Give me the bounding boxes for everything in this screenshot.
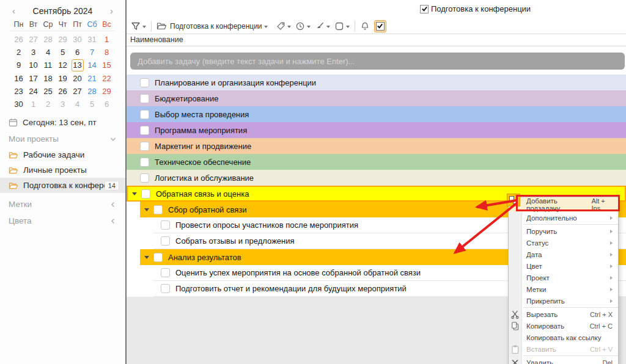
task-checkbox[interactable] — [161, 268, 170, 277]
task-row[interactable]: Логистика и обслуживание — [127, 170, 626, 186]
menu-item-копировать[interactable]: КопироватьCtrl + C — [509, 320, 618, 332]
calendar-day[interactable]: 25 — [41, 85, 56, 98]
add-task-input[interactable] — [130, 53, 625, 70]
task-checkbox[interactable] — [161, 236, 170, 246]
task-row[interactable]: Бюджетирование — [127, 90, 626, 106]
project-title-checkbox[interactable]: Подготовка к конференции — [420, 4, 531, 13]
calendar-day[interactable]: 28 — [85, 85, 100, 98]
task-row[interactable]: Выбор места проведения — [127, 106, 626, 122]
calendar-day[interactable]: 26 — [12, 33, 26, 46]
calendar-day[interactable]: 6 — [100, 98, 114, 111]
calendar-day[interactable]: 16 — [12, 72, 26, 85]
menu-item-вставить[interactable]: ВставитьCtrl + V — [509, 343, 618, 355]
calendar-prev-icon[interactable]: ‹ — [12, 7, 15, 15]
menu-item-вырезать[interactable]: ВырезатьCtrl + X — [509, 308, 618, 320]
sidebar-section-projects[interactable]: Мои проекты — [9, 131, 117, 147]
menu-item-цвет[interactable]: Цвет — [509, 260, 618, 272]
task-checkbox[interactable] — [161, 284, 170, 293]
task-checkbox[interactable] — [140, 142, 149, 151]
sidebar-section-colors[interactable]: Цвета — [9, 213, 117, 229]
calendar-day[interactable]: 6 — [70, 46, 85, 59]
calendar-day[interactable]: 27 — [70, 85, 85, 98]
checkbox-checked-icon[interactable] — [420, 5, 429, 13]
task-row[interactable]: Маркетинг и продвижение — [127, 138, 626, 154]
calendar-day[interactable]: 24 — [26, 85, 41, 98]
menu-item-прикрепить[interactable]: Прикрепить — [509, 295, 618, 307]
calendar-next-icon[interactable]: › — [110, 7, 113, 15]
menu-item-удалить[interactable]: УдалитьDel — [509, 357, 618, 364]
menu-item-дата[interactable]: Дата — [509, 249, 618, 260]
calendar-day[interactable]: 30 — [12, 98, 26, 111]
task-row[interactable]: Планирование и организация конференции — [127, 75, 626, 90]
calendar-day[interactable]: 11 — [41, 59, 56, 71]
sidebar-item-project[interactable]: Рабочие задачи — [0, 147, 125, 162]
calendar-day[interactable]: 1 — [26, 98, 41, 111]
calendar-day[interactable]: 21 — [85, 72, 100, 85]
expander-triangle-icon[interactable] — [144, 208, 149, 211]
calendar-day[interactable]: 8 — [100, 46, 114, 59]
expander-triangle-icon[interactable] — [132, 192, 137, 195]
calendar-day[interactable]: 7 — [85, 46, 100, 59]
calendar-day[interactable]: 17 — [26, 72, 41, 85]
calendar-day[interactable]: 15 — [100, 59, 114, 71]
calendar-day[interactable]: 29 — [100, 85, 114, 98]
task-checkbox[interactable] — [141, 189, 150, 198]
menu-item-статус[interactable]: Статус — [509, 237, 618, 249]
sidebar-item-project[interactable]: Подготовка к конфере...14 — [0, 178, 125, 193]
color-button[interactable] — [334, 21, 350, 31]
task-checkbox[interactable] — [140, 173, 149, 183]
show-completed-toggle[interactable] — [374, 20, 386, 32]
menu-item-проект[interactable]: Проект — [509, 272, 618, 283]
column-header-name[interactable]: Наименование — [127, 34, 626, 46]
menu-item-копировать-как-ссылку[interactable]: Копировать как ссылку — [509, 332, 618, 343]
calendar-day[interactable]: 23 — [12, 85, 26, 98]
calendar-day[interactable]: 4 — [41, 46, 56, 59]
task-checkbox[interactable] — [140, 94, 149, 103]
task-checkbox[interactable] — [161, 220, 170, 230]
calendar-day[interactable]: 12 — [56, 59, 70, 71]
calendar-day[interactable]: 1 — [100, 33, 114, 46]
task-checkbox[interactable] — [153, 205, 163, 214]
task-checkbox[interactable] — [140, 126, 149, 135]
calendar-day[interactable]: 14 — [85, 59, 100, 71]
task-checkbox[interactable] — [153, 253, 163, 262]
calendar-day[interactable]: 31 — [85, 33, 100, 46]
calendar-day[interactable]: 26 — [56, 85, 70, 98]
reminder-button[interactable] — [360, 21, 370, 31]
filter-button[interactable] — [131, 21, 146, 31]
calendar-day[interactable]: 2 — [41, 98, 56, 111]
task-checkbox[interactable] — [140, 110, 149, 119]
calendar-day[interactable]: 20 — [70, 72, 85, 85]
brush-button[interactable] — [315, 21, 330, 31]
task-checkbox[interactable] — [140, 158, 149, 167]
calendar-day[interactable]: 10 — [26, 59, 41, 71]
calendar-day[interactable]: 3 — [56, 98, 70, 111]
calendar-day[interactable]: 5 — [85, 98, 100, 111]
tag-button[interactable] — [276, 21, 291, 31]
task-row[interactable]: Техническое обеспечение — [127, 154, 626, 170]
project-selector-button[interactable]: Подготовка к конференции — [156, 21, 268, 31]
calendar-day[interactable]: 9 — [12, 59, 26, 71]
today-row[interactable]: Сегодня: 13 сен, пт — [9, 118, 125, 127]
calendar-day[interactable]: 5 — [56, 46, 70, 59]
calendar-day[interactable]: 3 — [26, 46, 41, 59]
menu-item-метки[interactable]: Метки — [509, 283, 618, 295]
sidebar-item-project[interactable]: Личные проекты — [0, 162, 125, 178]
calendar-day[interactable]: 28 — [41, 33, 56, 46]
task-checkbox[interactable] — [140, 78, 149, 87]
calendar-day[interactable]: 18 — [41, 72, 56, 85]
calendar-day[interactable]: 27 — [26, 33, 41, 46]
calendar-day[interactable]: 30 — [70, 33, 85, 46]
menu-item-поручить[interactable]: Поручить — [509, 225, 618, 237]
calendar-day-today[interactable]: 13 — [72, 59, 84, 71]
calendar-day[interactable]: 29 — [56, 33, 70, 46]
calendar-day[interactable]: 2 — [12, 46, 26, 59]
task-row[interactable]: Программа мероприятия — [127, 122, 626, 138]
schedule-button[interactable] — [295, 21, 311, 31]
calendar-day[interactable]: 19 — [56, 72, 70, 85]
sidebar-section-labels[interactable]: Метки — [9, 196, 117, 213]
calendar-day[interactable]: 4 — [70, 98, 85, 111]
calendar-day[interactable]: 22 — [100, 72, 114, 85]
expander-triangle-icon[interactable] — [144, 256, 149, 259]
menu-item-дополнительно[interactable]: Дополнительно — [509, 212, 618, 224]
